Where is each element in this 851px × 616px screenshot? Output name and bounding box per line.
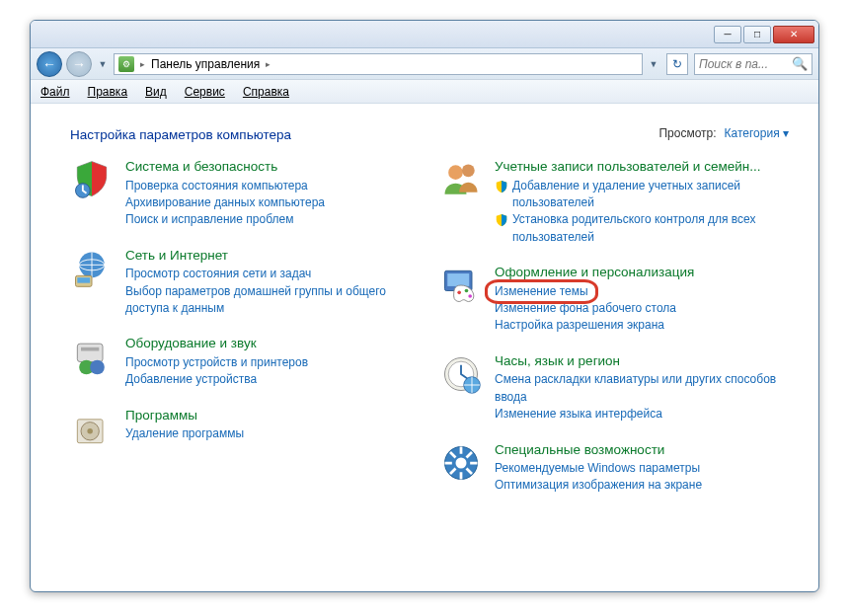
svg-point-16	[457, 291, 461, 295]
menubar: Файл Правка Вид Сервис Справка	[31, 80, 818, 104]
category-title[interactable]: Программы	[125, 407, 420, 424]
svg-point-12	[448, 165, 463, 180]
category-programs: Программы Удаление программы	[70, 407, 420, 450]
svg-point-13	[462, 164, 475, 177]
user-accounts-icon	[439, 158, 483, 201]
category-title[interactable]: Специальные возможности	[495, 441, 789, 459]
close-button[interactable]: ✕	[773, 26, 814, 43]
sublink[interactable]: Удаление программы	[125, 425, 420, 442]
menu-file[interactable]: Файл	[40, 85, 70, 99]
search-box[interactable]: 🔍	[694, 53, 812, 75]
search-input[interactable]	[699, 57, 778, 71]
right-column: Учетные записи пользователей и семейн...…	[439, 158, 789, 512]
sublink[interactable]: Смена раскладки клавиатуры или других сп…	[495, 371, 789, 406]
svg-rect-4	[77, 277, 90, 283]
sublink[interactable]: Оптимизация изображения на экране	[495, 477, 789, 494]
hardware-icon	[70, 335, 114, 378]
nav-forward-button[interactable]: →	[66, 51, 92, 77]
sublink-change-theme[interactable]: Изменение темы	[495, 283, 588, 300]
left-column: Система и безопасность Проверка состояни…	[70, 158, 420, 512]
uac-shield-icon	[495, 180, 508, 193]
appearance-icon	[439, 264, 483, 307]
view-dropdown[interactable]: Категория ▾	[725, 126, 789, 140]
category-accessibility: Специальные возможности Рекомендуемые Wi…	[439, 441, 789, 495]
sublink[interactable]: Просмотр состояния сети и задач	[125, 266, 420, 282]
category-title[interactable]: Сеть и Интернет	[125, 247, 420, 265]
clock-icon	[439, 352, 483, 396]
content-area: Настройка параметров компьютера Просмотр…	[31, 104, 818, 591]
category-hardware: Оборудование и звук Просмотр устройств и…	[70, 335, 420, 388]
menu-help[interactable]: Справка	[243, 85, 289, 99]
sublink[interactable]: Изменение языка интерфейса	[495, 406, 789, 423]
nav-back-button[interactable]: ←	[37, 51, 62, 77]
svg-point-8	[90, 360, 105, 375]
sublink[interactable]: Проверка состояния компьютера	[125, 178, 420, 194]
sublink[interactable]: Добавление устройства	[125, 371, 420, 388]
nav-history-chevron-icon[interactable]: ▼	[96, 51, 110, 77]
control-panel-window: ─ □ ✕ ← → ▼ ⚙ ▸ Панель управления ▸ ▼ ↻ …	[30, 20, 819, 592]
refresh-button[interactable]: ↻	[666, 53, 688, 75]
svg-rect-5	[77, 345, 103, 362]
category-title[interactable]: Часы, язык и регион	[495, 352, 789, 370]
address-bar[interactable]: ⚙ ▸ Панель управления ▸	[114, 53, 643, 75]
search-icon[interactable]: 🔍	[792, 56, 808, 71]
accessibility-icon	[439, 441, 483, 485]
category-title[interactable]: Оборудование и звук	[125, 335, 420, 352]
category-columns: Система и безопасность Проверка состояни…	[70, 158, 789, 512]
system-security-icon	[70, 158, 114, 201]
category-title[interactable]: Оформление и персонализация	[495, 264, 789, 281]
programs-icon	[70, 407, 114, 450]
sublink[interactable]: Выбор параметров домашней группы и общег…	[125, 283, 420, 318]
sublink[interactable]: Просмотр устройств и принтеров	[125, 354, 420, 371]
sublink[interactable]: Архивирование данных компьютера	[125, 194, 420, 211]
category-title[interactable]: Учетные записи пользователей и семейн...	[495, 158, 789, 176]
view-label: Просмотр:	[658, 126, 716, 140]
svg-point-18	[468, 294, 472, 298]
sublink[interactable]: Добавление и удаление учетных записей по…	[512, 178, 789, 212]
uac-shield-icon	[495, 213, 508, 227]
sublink[interactable]: Поиск и исправление проблем	[125, 211, 420, 228]
svg-point-17	[465, 289, 469, 293]
svg-rect-15	[447, 273, 469, 286]
category-title[interactable]: Система и безопасность	[125, 158, 420, 176]
minimize-button[interactable]: ─	[714, 26, 741, 43]
svg-rect-6	[81, 347, 99, 351]
category-system-security: Система и безопасность Проверка состояни…	[70, 158, 420, 229]
breadcrumb-arrow-icon[interactable]: ▸	[266, 59, 271, 69]
address-dropdown-icon[interactable]: ▼	[647, 51, 660, 77]
network-icon	[70, 247, 114, 290]
category-network: Сеть и Интернет Просмотр состояния сети …	[70, 247, 420, 318]
category-clock-language: Часы, язык и регион Смена раскладки клав…	[439, 352, 789, 424]
menu-tools[interactable]: Сервис	[185, 85, 225, 99]
titlebar: ─ □ ✕	[31, 21, 818, 48]
sublink[interactable]: Изменение фона рабочего стола	[495, 300, 789, 317]
svg-point-23	[456, 457, 467, 468]
sublink[interactable]: Рекомендуемые Windows параметры	[495, 460, 789, 477]
menu-view[interactable]: Вид	[145, 85, 167, 99]
sublink[interactable]: Установка родительского контроля для все…	[512, 211, 789, 246]
svg-point-11	[87, 428, 93, 434]
maximize-button[interactable]: □	[743, 26, 771, 43]
category-user-accounts: Учетные записи пользователей и семейн...…	[439, 158, 789, 246]
category-appearance: Оформление и персонализация Изменение те…	[439, 264, 789, 335]
menu-edit[interactable]: Правка	[88, 85, 128, 99]
sublink[interactable]: Настройка разрешения экрана	[495, 317, 789, 334]
navbar: ← → ▼ ⚙ ▸ Панель управления ▸ ▼ ↻ 🔍	[31, 48, 818, 80]
breadcrumb[interactable]: Панель управления	[151, 57, 260, 71]
breadcrumb-arrow-icon: ▸	[140, 59, 145, 69]
control-panel-icon: ⚙	[118, 56, 134, 72]
